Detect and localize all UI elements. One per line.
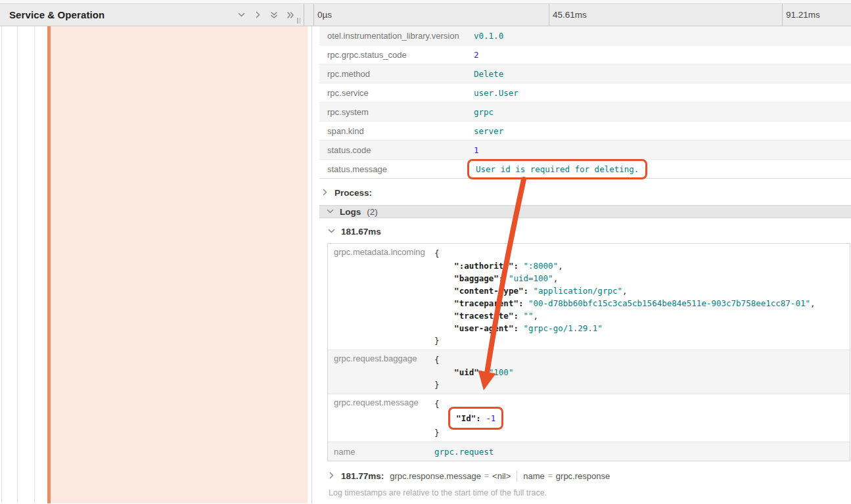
json-string-value: "00-d78bb60bfc15c3ca5cb1564be84e511e-903… — [528, 298, 810, 308]
annotation-box: "Id": -1 — [448, 407, 503, 430]
log-summary-pair: name=grpc.response — [523, 471, 610, 481]
chevron-right-icon — [321, 187, 329, 198]
tag-row: rpc.methodDelete — [319, 64, 851, 83]
log-field-value: { ":authority": ":8000", "baggage": "uid… — [434, 244, 850, 350]
collapse-one-icon[interactable] — [236, 10, 246, 20]
log-summary-pairs: grpc.response.message=<nil>name=grpc.res… — [390, 470, 610, 482]
timeline-header: Service & Operation 0µs 45.61ms — [0, 4, 851, 26]
json-key: "Id": — [456, 413, 481, 423]
ruler-tick-2: 91.21ms — [782, 4, 820, 26]
log-field-row: grpc.metadata.incoming{ ":authority": ":… — [328, 244, 850, 350]
json-string-value: ":8000" — [523, 261, 558, 271]
selected-span-row-highlight — [51, 26, 308, 503]
json-entry: ":authority": ":8000" — [454, 261, 558, 271]
tag-row: status.code1 — [319, 141, 851, 160]
logs-accordion[interactable]: Logs (2) — [319, 205, 851, 218]
tag-value-text: v0.1.0 — [474, 31, 503, 41]
log-field-row: namegrpc.request — [328, 442, 850, 461]
pair-key: name — [523, 471, 545, 481]
tag-value: grpc — [474, 107, 494, 117]
log-fields-table: grpc.metadata.incoming{ ":authority": ":… — [327, 243, 850, 461]
tag-value: user.User — [474, 88, 518, 98]
annotation-box: User id is required for deleting. — [467, 159, 647, 179]
logs-body: 181.67ms grpc.metadata.incoming{ ":autho… — [319, 218, 851, 503]
ruler-tick-0: 0µs — [313, 4, 332, 26]
process-label: Process: — [334, 188, 372, 198]
pair-key: grpc.response.message — [390, 471, 481, 481]
tag-value: 2 — [474, 50, 479, 60]
collapse-all-icon[interactable] — [269, 10, 279, 20]
expand-one-icon[interactable] — [252, 10, 263, 20]
json-key: "traceparent": — [454, 298, 523, 308]
tag-value: Delete — [474, 69, 503, 79]
ruler-tick-1: 45.61ms — [549, 4, 587, 26]
json-string-value: "100" — [489, 367, 514, 377]
tag-row: rpc.systemgrpc — [319, 103, 851, 122]
tag-value: 1 — [474, 145, 479, 155]
json-key: "baggage": — [454, 273, 503, 283]
expand-collapse-controls — [236, 10, 300, 20]
json-entry: "uid": "100" — [454, 367, 513, 377]
tag-key: otel.instrumentation_library.version — [319, 31, 474, 41]
tag-key: rpc.method — [319, 69, 474, 79]
log-field-key: grpc.metadata.incoming — [328, 244, 434, 350]
span-tree-column — [0, 26, 313, 503]
tag-key: rpc.system — [319, 107, 474, 117]
column-resizer-handle[interactable] — [297, 18, 300, 24]
logs-count: (2) — [367, 207, 378, 217]
json-string-value: "uid=100" — [509, 273, 553, 283]
equals-sign: = — [484, 471, 489, 480]
log-field-value: { "uid": "100" } — [434, 350, 850, 394]
service-operation-column-header: Service & Operation — [0, 4, 304, 26]
tag-row: status.messageUser id is required for de… — [319, 160, 851, 179]
json-key: "uid": — [454, 367, 484, 377]
tag-row: otel.instrumentation_library.versionv0.1… — [319, 26, 851, 45]
log-field-row: grpc.request.message{ "Id": -1 } — [328, 394, 850, 442]
log-timestamp: 181.67ms — [341, 227, 381, 237]
service-operation-title: Service & Operation — [9, 9, 104, 20]
timeline-body: otel.instrumentation_library.versionv0.1… — [0, 26, 851, 503]
tree-indent-guide — [34, 26, 35, 503]
tag-row: rpc.serviceuser.User — [319, 83, 851, 103]
tree-indent-guide — [1, 26, 2, 503]
tag-row: span.kindserver — [319, 122, 851, 141]
tag-value-text: user.User — [474, 88, 518, 98]
process-accordion[interactable]: Process: — [319, 179, 851, 205]
tag-key: status.code — [319, 145, 474, 155]
json-key: "tracestate": — [454, 311, 518, 321]
pair-value: <nil> — [492, 471, 511, 481]
log-entry-accordion-collapsed[interactable]: 181.77ms: grpc.response.message=<nil>nam… — [327, 470, 851, 482]
json-entry: "tracestate": "" — [454, 311, 533, 321]
json-entry: "traceparent": "00-d78bb60bfc15c3ca5cb15… — [454, 298, 810, 308]
tag-value: User id is required for deleting. — [474, 162, 641, 176]
tree-indent-guide — [17, 26, 18, 503]
json-string-value: "grpc-go/1.29.1" — [523, 323, 602, 333]
log-entry-accordion-expanded[interactable]: 181.67ms — [327, 218, 851, 243]
json-entry: "content-type": "application/grpc" — [454, 286, 622, 296]
tag-value-text: 1 — [474, 145, 479, 155]
json-key: "content-type": — [454, 286, 528, 296]
json-key: ":authority": — [454, 261, 518, 271]
tag-value-text: Delete — [474, 69, 503, 79]
tag-value: v0.1.0 — [474, 31, 503, 41]
expand-all-icon[interactable] — [285, 10, 296, 20]
log-field-value: grpc.request — [434, 442, 850, 461]
tag-value: server — [474, 126, 503, 136]
pair-divider — [517, 470, 517, 482]
json-value: { "uid": "100" } — [434, 354, 850, 391]
span-tags-table: otel.instrumentation_library.versionv0.1… — [319, 26, 851, 179]
json-entry: "user-agent": "grpc-go/1.29.1" — [454, 323, 603, 333]
logs-label: Logs — [340, 207, 361, 217]
log-field-value: { "Id": -1 } — [434, 394, 850, 442]
tag-key: rpc.service — [319, 88, 474, 98]
log-field-key: name — [328, 447, 434, 457]
pair-value: grpc.response — [556, 471, 610, 481]
trace-timeline-view: Service & Operation 0µs 45.61ms — [0, 0, 851, 504]
tag-value-text: 2 — [474, 50, 479, 60]
span-detail-panel: otel.instrumentation_library.versionv0.1… — [313, 26, 851, 503]
json-value: { ":authority": ":8000", "baggage": "uid… — [434, 247, 850, 347]
json-value: { "Id": -1 } — [434, 398, 850, 439]
json-key: "user-agent": — [454, 323, 518, 333]
json-entry: "baggage": "uid=100" — [454, 273, 553, 283]
tag-key: rpc.grpc.status_code — [319, 50, 474, 60]
